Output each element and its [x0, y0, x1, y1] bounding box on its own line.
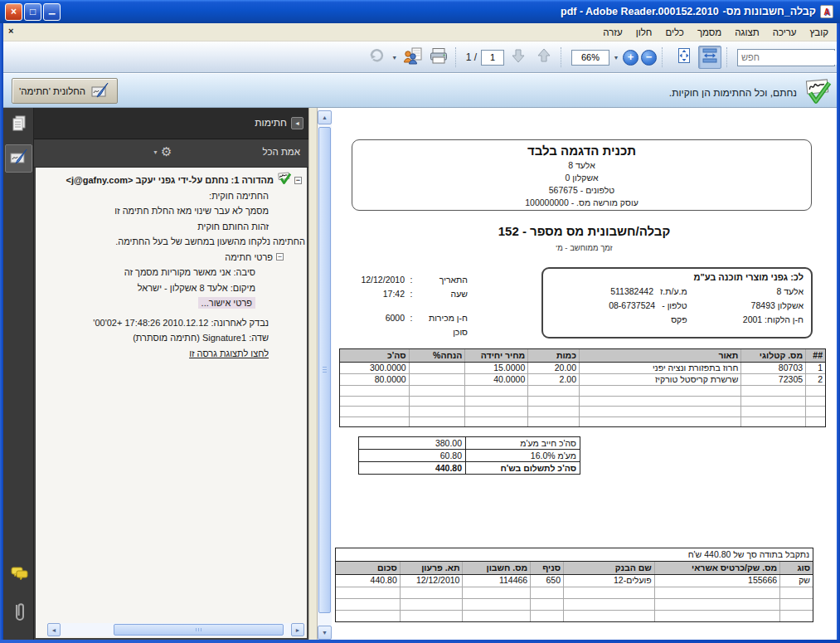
column-header: כמות	[527, 349, 579, 362]
empty-cell	[409, 386, 465, 396]
panel-options-button[interactable]: ▼ ⚙	[153, 144, 172, 159]
fit-width-button[interactable]	[698, 46, 721, 69]
close-button[interactable]: ×	[5, 3, 22, 21]
maximize-button[interactable]: □	[24, 3, 41, 21]
empty-cell	[805, 386, 825, 396]
customer-address-column: אלעד 8 אשקלון 78493 ח-ן הלקוח: 2001	[687, 285, 804, 327]
vat-label: מ.ע/ת.ז	[660, 285, 687, 299]
business-header-box: תכנית הדגמה בלבד אלעד 8 אשקלון 0 טלפונים…	[352, 139, 812, 211]
print-button[interactable]	[427, 46, 450, 69]
next-page-button[interactable]	[507, 46, 530, 69]
comments-tab[interactable]	[5, 562, 32, 590]
menu-help[interactable]: עזרה	[596, 26, 629, 39]
sales-account-label: ח-ן מכירות	[418, 313, 468, 323]
signature-tab-icon	[9, 149, 29, 168]
collapse-minus-icon[interactable]: −	[276, 253, 284, 261]
scroll-left-button[interactable]: ◄	[47, 623, 61, 636]
empty-cell	[462, 587, 530, 598]
validate-all-button[interactable]: אמת הכל	[263, 147, 300, 157]
window-border-left	[0, 23, 3, 643]
signature-panel-button[interactable]: החלונית 'חתימה'	[12, 78, 118, 104]
colon: :	[405, 313, 418, 323]
empty-cell	[805, 417, 825, 427]
agent-label: סוכן	[418, 327, 468, 337]
empty-cell	[527, 386, 579, 396]
customer-contact-column: מ.ע/ת.ז 511382442 טלפון - 08-6737524 פקס	[551, 285, 687, 327]
empty-cell	[579, 407, 740, 416]
business-address-line: אשקלון 0	[352, 172, 811, 184]
empty-cell	[340, 386, 409, 396]
scroll-right-button[interactable]: ►	[291, 623, 304, 636]
zoom-caret-icon[interactable]: ▼	[612, 55, 620, 61]
time-label: שעה	[418, 289, 468, 299]
vertical-scroll-thumb[interactable]	[318, 127, 331, 613]
payment-cell: 114466	[462, 575, 530, 587]
signatures-panel-content: − מהדורה 1: נחתם על-ידי גפני יעקב <j@gaf…	[36, 168, 307, 638]
page-number-input[interactable]	[481, 50, 504, 66]
menu-edit[interactable]: עריכה	[766, 26, 804, 39]
email-people-icon	[402, 46, 424, 68]
panel-splitter[interactable]	[308, 108, 318, 640]
search-input[interactable]	[738, 51, 840, 65]
empty-cell	[530, 611, 563, 621]
share-caret-icon[interactable]: ▼	[391, 55, 399, 61]
signature-revision-item[interactable]: − מהדורה 1: נחתם על-ידי גפני יעקב <j@gaf…	[36, 173, 302, 188]
empty-cell	[563, 599, 654, 610]
document-vertical-scrollbar[interactable]: ▲ ▼	[318, 110, 332, 640]
window-border-right	[837, 23, 840, 643]
share-button-disabled[interactable]	[365, 46, 388, 69]
previous-page-button[interactable]	[532, 46, 556, 69]
payments-table-header: סוג מס. שק/כרטיס אשראי שם הבנק סניף מס. …	[336, 562, 813, 575]
menu-view[interactable]: תצוגה	[728, 26, 765, 39]
item-cell: שרשרת קריסטל טורקיז	[579, 374, 740, 385]
zoom-out-button[interactable]: −	[641, 50, 657, 66]
signature-pen-icon	[90, 81, 110, 101]
horizontal-scroll-thumb[interactable]	[114, 624, 284, 636]
revision-label: מהדורה 1: נחתם על-ידי גפני יעקב <j@gafny…	[66, 173, 274, 188]
pages-tab[interactable]	[5, 111, 32, 139]
rotate-arrow-icon	[367, 46, 386, 68]
payment-row-empty	[336, 611, 813, 621]
certificate-details-button[interactable]: פרטי אישור...	[198, 297, 255, 309]
empty-cell	[340, 397, 409, 407]
scroll-up-button[interactable]: ▲	[318, 110, 332, 124]
fit-page-button[interactable]	[672, 46, 696, 69]
attachments-tab[interactable]	[5, 600, 32, 628]
payment-cell: 155666	[654, 575, 779, 587]
column-header: מחיר יחידה	[464, 349, 527, 362]
date-label: התאריך	[418, 275, 468, 285]
collapse-minus-icon[interactable]: −	[294, 177, 302, 184]
item-cell: 20.00	[527, 363, 579, 373]
item-row-empty	[340, 417, 825, 427]
window-border-bottom	[0, 640, 840, 643]
signatures-tab[interactable]	[5, 144, 32, 173]
toolbar: ▼ 1 / 66% ▼ + − ▼	[0, 41, 840, 73]
panel-collapse-button[interactable]: ◄	[291, 117, 303, 129]
minimize-button[interactable]: ▁	[43, 3, 61, 21]
zoom-level-box[interactable]: 66%	[571, 50, 609, 66]
last-checked-line: נבדק לאחרונה: 2010.12.12 17:48:26 +02'00…	[36, 315, 307, 331]
menu-file[interactable]: קובץ	[804, 26, 835, 39]
payment-cell: פועלים-12	[563, 575, 654, 587]
empty-cell	[462, 599, 530, 610]
column-header: סכום	[336, 562, 400, 574]
item-cell: 80703	[740, 363, 805, 373]
signature-field-line: שדה: Signature1 (חתימה מוסתרת)	[36, 330, 307, 346]
column-header: סוג	[779, 562, 813, 574]
view-version-link[interactable]: לחצו לתצוגת גרסה זו	[189, 348, 269, 358]
empty-cell	[462, 611, 530, 621]
scroll-down-button[interactable]: ▼	[318, 626, 332, 640]
signature-details-group[interactable]: − פרטי חתימה	[36, 250, 307, 265]
zoom-in-button[interactable]: +	[623, 50, 638, 66]
menubar-close-icon[interactable]: ×	[8, 26, 13, 36]
menu-document[interactable]: מסמך	[691, 26, 728, 39]
panel-horizontal-scrollbar[interactable]: ◄ ►	[47, 623, 304, 636]
email-button[interactable]	[401, 46, 425, 69]
menu-window[interactable]: חלון	[629, 26, 659, 39]
empty-cell	[740, 417, 805, 427]
column-header: מס. שק/כרטיס אשראי	[654, 562, 779, 574]
menu-tools[interactable]: כלים	[658, 26, 690, 39]
empty-cell	[579, 397, 740, 407]
item-cell: 2	[805, 374, 825, 385]
item-cell: 2.00	[527, 374, 579, 385]
